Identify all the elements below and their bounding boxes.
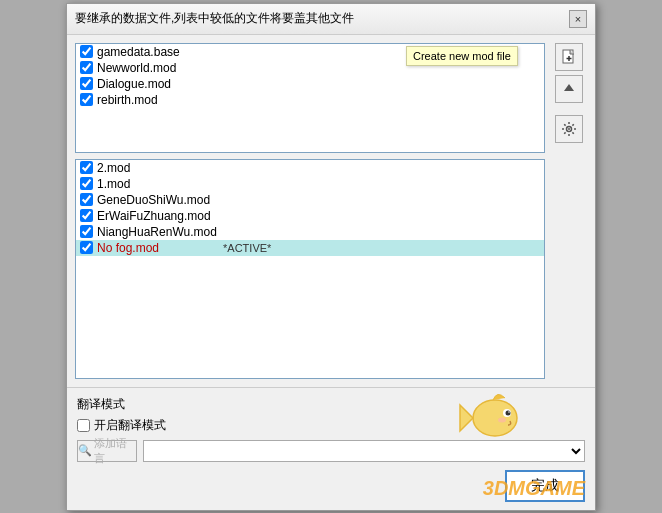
add-language-row: 🔍 添加语言 xyxy=(77,440,585,462)
title-bar: 要继承的数据文件,列表中较低的文件将要盖其他文件 × xyxy=(67,4,595,35)
list-item: ErWaiFuZhuang.mod xyxy=(76,208,544,224)
item-checkbox[interactable] xyxy=(80,45,93,58)
bottom-row: 完成 xyxy=(77,470,585,502)
item-label: gamedata.base xyxy=(97,45,180,59)
item-label: Newworld.mod xyxy=(97,61,176,75)
settings-gear-icon xyxy=(561,121,577,137)
arrow-up-icon xyxy=(562,82,576,96)
add-language-label: 添加语言 xyxy=(94,436,136,466)
main-content: gamedata.base Newworld.mod Dialogue.mod … xyxy=(67,35,595,387)
main-dialog: 要继承的数据文件,列表中较低的文件将要盖其他文件 × gamedata.base… xyxy=(66,3,596,511)
list-item: 1.mod xyxy=(76,176,544,192)
lower-file-list[interactable]: 2.mod 1.mod GeneDuoShiWu.mod ErWaiFuZhua… xyxy=(75,159,545,379)
list-item: Dialogue.mod xyxy=(76,76,544,92)
item-label: Dialogue.mod xyxy=(97,77,171,91)
enable-translation-label: 开启翻译模式 xyxy=(94,417,166,434)
language-select[interactable] xyxy=(143,440,585,462)
settings-button[interactable] xyxy=(555,115,583,143)
footer: 翻译模式 开启翻译模式 🔍 添加语言 完成 xyxy=(67,387,595,510)
close-button[interactable]: × xyxy=(569,10,587,28)
item-label: 1.mod xyxy=(97,177,130,191)
done-button[interactable]: 完成 xyxy=(505,470,585,502)
translation-checkbox-row: 开启翻译模式 xyxy=(77,417,585,434)
item-checkbox[interactable] xyxy=(80,193,93,206)
list-item: rebirth.mod xyxy=(76,92,544,108)
item-checkbox[interactable] xyxy=(80,93,93,106)
list-item: NiangHuaRenWu.mod xyxy=(76,224,544,240)
translation-section: 翻译模式 开启翻译模式 🔍 添加语言 xyxy=(77,396,585,462)
enable-translation-checkbox[interactable] xyxy=(77,419,90,432)
list-item: 2.mod xyxy=(76,160,544,176)
move-up-button[interactable] xyxy=(555,75,583,103)
list-item: GeneDuoShiWu.mod xyxy=(76,192,544,208)
item-label: rebirth.mod xyxy=(97,93,158,107)
item-checkbox[interactable] xyxy=(80,61,93,74)
item-checkbox[interactable] xyxy=(80,209,93,222)
active-badge: *ACTIVE* xyxy=(223,242,271,254)
item-label: ErWaiFuZhuang.mod xyxy=(97,209,211,223)
item-checkbox[interactable] xyxy=(80,241,93,254)
item-checkbox[interactable] xyxy=(80,177,93,190)
item-label: NiangHuaRenWu.mod xyxy=(97,225,217,239)
item-label: 2.mod xyxy=(97,161,130,175)
add-language-icon: 🔍 xyxy=(78,444,92,457)
new-file-icon xyxy=(561,49,577,65)
left-panel: gamedata.base Newworld.mod Dialogue.mod … xyxy=(75,43,545,379)
item-label: No fog.mod xyxy=(97,241,159,255)
active-list-item: No fog.mod *ACTIVE* xyxy=(76,240,544,256)
item-checkbox[interactable] xyxy=(80,161,93,174)
svg-point-4 xyxy=(568,128,570,130)
create-new-mod-button[interactable]: Create new mod file xyxy=(555,43,583,71)
translation-title: 翻译模式 xyxy=(77,396,585,413)
item-checkbox[interactable] xyxy=(80,77,93,90)
right-panel: Create new mod file xyxy=(551,43,587,379)
tooltip: Create new mod file xyxy=(406,46,518,66)
item-checkbox[interactable] xyxy=(80,225,93,238)
dialog-title: 要继承的数据文件,列表中较低的文件将要盖其他文件 xyxy=(75,10,354,27)
item-label: GeneDuoShiWu.mod xyxy=(97,193,210,207)
add-language-button[interactable]: 🔍 添加语言 xyxy=(77,440,137,462)
